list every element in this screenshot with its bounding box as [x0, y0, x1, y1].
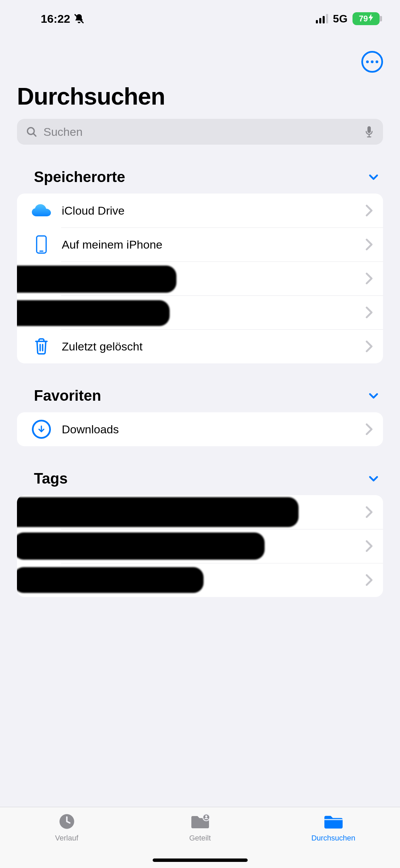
location-row-on-iphone[interactable]: Auf meinem iPhone	[17, 228, 383, 261]
charging-icon	[368, 14, 373, 23]
tab-shared[interactable]: Geteilt	[159, 812, 241, 843]
chevron-right-icon	[365, 340, 373, 352]
status-time: 16:22	[41, 12, 70, 25]
network-type: 5G	[333, 13, 348, 25]
location-label: Zuletzt gelöscht	[62, 340, 365, 353]
section-header-favorites[interactable]: Favoriten	[0, 363, 400, 412]
tag-row-redacted-1[interactable]	[17, 495, 383, 529]
icloud-icon	[29, 198, 54, 223]
redaction-mask	[17, 266, 176, 293]
favorite-row-downloads[interactable]: Downloads	[17, 412, 383, 446]
toolbar	[0, 37, 400, 79]
tag-row-redacted-2[interactable]	[17, 529, 383, 563]
location-label: iCloud Drive	[62, 204, 365, 217]
chevron-right-icon	[365, 238, 373, 251]
chevron-right-icon	[365, 272, 373, 285]
search-container	[0, 119, 400, 145]
tab-label: Durchsuchen	[311, 834, 356, 843]
tab-recents[interactable]: Verlauf	[26, 812, 108, 843]
favorites-list: Downloads	[17, 412, 383, 446]
section-title-locations: Speicherorte	[34, 168, 125, 185]
tab-label: Verlauf	[55, 834, 78, 843]
chevron-right-icon	[365, 306, 373, 319]
download-icon	[29, 417, 54, 441]
do-not-disturb-icon	[74, 13, 84, 24]
chevron-down-icon	[367, 390, 380, 402]
section-header-tags[interactable]: Tags	[0, 446, 400, 495]
chevron-right-icon	[365, 540, 373, 552]
redaction-mask	[17, 300, 170, 326]
svg-rect-6	[37, 236, 46, 253]
svg-point-13	[205, 815, 207, 817]
locations-list: iCloud Drive Auf meinem iPhone Z	[17, 194, 383, 363]
status-left: 16:22	[41, 12, 84, 25]
page-title: Durchsuchen	[0, 79, 400, 119]
svg-rect-14	[324, 819, 343, 820]
clock-icon	[58, 812, 76, 831]
tags-list	[17, 495, 383, 597]
section-header-locations[interactable]: Speicherorte	[0, 145, 400, 194]
chevron-right-icon	[365, 574, 373, 586]
battery-percent: 79	[359, 14, 368, 23]
iphone-icon	[29, 232, 54, 257]
location-row-recently-deleted[interactable]: Zuletzt gelöscht	[17, 329, 383, 363]
search-icon	[26, 126, 37, 138]
svg-line-2	[34, 134, 36, 136]
chevron-right-icon	[365, 204, 373, 217]
location-row-icloud[interactable]: iCloud Drive	[17, 194, 383, 228]
chevron-down-icon	[367, 472, 380, 485]
chevron-right-icon	[365, 423, 373, 435]
status-right: 5G 79	[316, 12, 380, 25]
redaction-mask	[17, 567, 204, 593]
shared-folder-icon	[190, 812, 210, 831]
more-options-button[interactable]	[361, 51, 383, 73]
chevron-right-icon	[365, 506, 373, 518]
tab-browse[interactable]: Durchsuchen	[293, 812, 374, 843]
cellular-signal-icon	[316, 14, 328, 23]
trash-icon	[29, 334, 54, 359]
location-row-redacted-2[interactable]	[17, 295, 383, 329]
section-title-tags: Tags	[34, 470, 68, 487]
redaction-mask	[17, 532, 265, 560]
location-label: Auf meinem iPhone	[62, 238, 365, 251]
section-title-favorites: Favoriten	[34, 387, 101, 404]
chevron-down-icon	[367, 171, 380, 183]
battery-indicator: 79	[353, 12, 380, 25]
status-bar: 16:22 5G 79	[0, 0, 400, 37]
redaction-mask	[17, 497, 299, 527]
favorite-label: Downloads	[62, 423, 365, 436]
svg-rect-3	[367, 126, 371, 133]
home-indicator[interactable]	[153, 858, 248, 862]
tag-row-redacted-3[interactable]	[17, 563, 383, 597]
search-input[interactable]	[43, 125, 358, 139]
location-row-redacted-1[interactable]	[17, 261, 383, 295]
folder-icon	[323, 812, 344, 831]
search-field[interactable]	[17, 119, 383, 145]
ellipsis-icon	[366, 60, 369, 63]
microphone-icon[interactable]	[364, 125, 374, 138]
tab-label: Geteilt	[189, 834, 211, 843]
